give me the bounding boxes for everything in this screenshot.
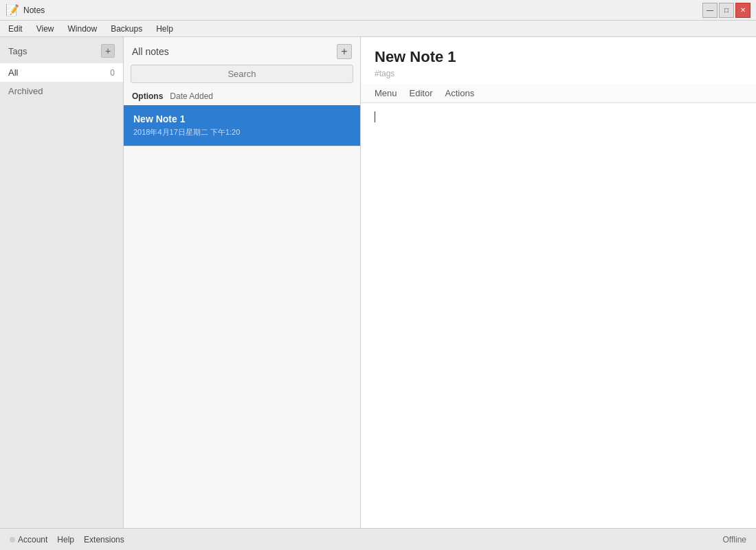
- archived-label: Archived: [8, 86, 43, 96]
- editor-tags[interactable]: #tags: [361, 69, 756, 84]
- notes-options-bar: Options Date Added: [124, 89, 360, 105]
- notes-list-panel: All notes + Options Date Added New Note …: [124, 37, 361, 528]
- account-label: Account: [18, 535, 47, 544]
- toolbar-actions[interactable]: Actions: [445, 88, 475, 98]
- account-button[interactable]: Account: [10, 535, 47, 544]
- editor-content[interactable]: [361, 103, 756, 528]
- offline-status: Offline: [723, 535, 746, 544]
- status-bar: Account Help Extensions Offline: [0, 528, 756, 550]
- options-button[interactable]: Options: [132, 91, 163, 101]
- maximize-button[interactable]: □: [719, 3, 734, 18]
- all-count: 0: [110, 68, 115, 78]
- search-bar: [131, 65, 353, 83]
- window-controls: — □ ✕: [702, 3, 751, 18]
- menu-help[interactable]: Help: [151, 23, 179, 35]
- editor-title: New Note 1: [361, 37, 756, 69]
- sidebar-item-all[interactable]: All 0: [0, 63, 123, 82]
- app-title: Notes: [23, 6, 45, 15]
- title-bar: 📝 Notes — □ ✕: [0, 0, 756, 21]
- app-body: Tags + All 0 Archived All notes + Option…: [0, 37, 756, 528]
- note-item[interactable]: New Note 1 2018年4月17日星期二 下午1:20: [124, 105, 360, 146]
- menu-edit[interactable]: Edit: [3, 23, 28, 35]
- all-notes-title: All notes: [132, 46, 169, 57]
- note-date: 2018年4月17日星期二 下午1:20: [133, 127, 351, 138]
- menu-view[interactable]: View: [31, 23, 60, 35]
- toolbar-menu[interactable]: Menu: [375, 88, 397, 98]
- note-title: New Note 1: [133, 113, 351, 124]
- editor-cursor: [375, 111, 375, 122]
- editor-panel: New Note 1 #tags Menu Editor Actions: [361, 37, 756, 528]
- date-added-button[interactable]: Date Added: [170, 91, 213, 101]
- menu-backups[interactable]: Backups: [105, 23, 148, 35]
- notes-list-header: All notes +: [124, 37, 360, 65]
- menu-bar: Edit View Window Backups Help: [0, 21, 756, 37]
- menu-window[interactable]: Window: [62, 23, 102, 35]
- extensions-button[interactable]: Extensions: [84, 535, 124, 544]
- sidebar: Tags + All 0 Archived: [0, 37, 124, 528]
- search-input[interactable]: [131, 65, 353, 83]
- status-bar-left: Account Help Extensions: [10, 535, 124, 544]
- all-label: All: [8, 67, 18, 78]
- app-icon: 📝: [5, 3, 19, 16]
- add-tag-button[interactable]: +: [101, 44, 115, 58]
- sidebar-item-archived[interactable]: Archived: [0, 82, 123, 100]
- minimize-button[interactable]: —: [702, 3, 718, 18]
- help-button[interactable]: Help: [57, 535, 74, 544]
- new-note-button[interactable]: +: [337, 44, 352, 59]
- title-bar-left: 📝 Notes: [5, 3, 45, 16]
- account-indicator: [10, 537, 15, 542]
- toolbar-editor[interactable]: Editor: [410, 88, 433, 98]
- editor-toolbar: Menu Editor Actions: [361, 84, 756, 103]
- close-button[interactable]: ✕: [735, 3, 751, 18]
- tags-label: Tags: [8, 46, 27, 56]
- sidebar-header: Tags +: [0, 37, 123, 63]
